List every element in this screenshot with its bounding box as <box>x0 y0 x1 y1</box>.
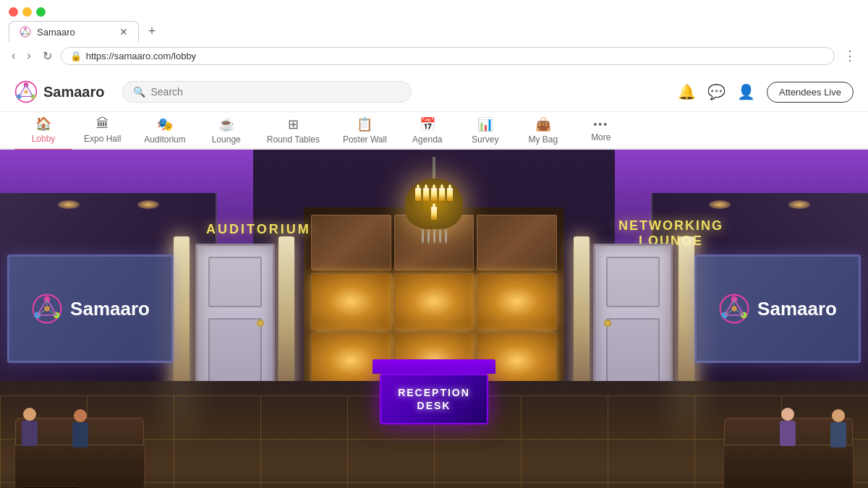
auditorium-door[interactable] <box>195 244 275 403</box>
tab-more[interactable]: ••• More <box>572 113 630 148</box>
minimize-traffic-dot[interactable] <box>22 7 32 17</box>
lounge-label: Lounge <box>212 134 241 145</box>
candle-6 <box>431 207 437 220</box>
tab-poster-wall[interactable]: 📋 Poster Wall <box>331 111 399 150</box>
lobby-scene: AUDITORIUM NETWORKING LOUNGE <box>0 150 868 488</box>
person-2-body <box>72 422 88 448</box>
url-text: https://samaaro.com/lobby <box>86 51 825 61</box>
survey-icon: 📊 <box>477 116 493 132</box>
header-actions: 🔔 💬 👤 Attendees Live <box>678 82 854 103</box>
tab-close-button[interactable]: ✕ <box>119 26 128 38</box>
tab-agenda[interactable]: 📅 Agenda <box>399 111 456 150</box>
lounge-icon: ☕ <box>218 116 234 132</box>
person-4-body <box>780 421 796 446</box>
door-panel-bottom-left <box>208 318 262 390</box>
tab-auditorium[interactable]: 🎭 Auditorium <box>132 111 197 150</box>
networking-door[interactable] <box>593 244 673 403</box>
person-2-head <box>74 409 87 422</box>
search-input[interactable] <box>151 86 401 98</box>
person-4 <box>780 408 796 446</box>
reception-desk-sign-line1: RECEPTION <box>398 386 470 399</box>
lobby-label: Lobby <box>32 134 56 144</box>
door-frame-left <box>195 244 275 403</box>
door-panel-top-left <box>208 257 262 307</box>
refresh-button[interactable]: ↻ <box>40 46 55 66</box>
samaaro-logo-icon <box>14 80 38 103</box>
logo-area: Samaaro <box>14 80 105 103</box>
new-tab-button[interactable]: + <box>142 22 162 42</box>
desk-top <box>373 359 495 374</box>
notifications-button[interactable]: 🔔 <box>678 83 696 100</box>
expo-hall-label: Expo Hall <box>84 134 121 144</box>
reception-desk-sign-line2: DESK <box>417 399 451 412</box>
lobby-icon: 🏠 <box>35 116 51 132</box>
candle-2 <box>423 188 429 201</box>
person-4-head <box>781 408 794 421</box>
screen-right-logo: Samaaro <box>718 293 837 325</box>
candle-5 <box>447 188 453 201</box>
chandelier-rod <box>433 157 435 179</box>
networking-label-line1: NETWORKING <box>618 218 723 233</box>
drip-5 <box>445 229 447 244</box>
person-2 <box>72 409 88 448</box>
more-icon: ••• <box>593 119 608 130</box>
ssl-icon: 🔒 <box>70 51 82 61</box>
screen-right-logo-icon <box>718 293 750 325</box>
wood-cell-3 <box>477 215 557 270</box>
tab-round-tables[interactable]: ⊞ Round Tables <box>255 111 331 150</box>
search-bar[interactable]: 🔍 <box>122 81 412 103</box>
wall-light-1 <box>58 200 80 209</box>
wood-cell-light-2 <box>394 273 475 329</box>
door-panel-bottom-right <box>606 318 660 390</box>
screen-left-logo: Samaaro <box>31 293 150 325</box>
tab-survey[interactable]: 📊 Survey <box>456 111 514 150</box>
back-button[interactable]: ‹ <box>9 46 18 65</box>
active-tab[interactable]: Samaaro ✕ <box>9 21 139 42</box>
person-1-body <box>22 421 38 446</box>
address-bar[interactable]: 🔒 https://samaaro.com/lobby <box>61 47 835 65</box>
agenda-icon: 📅 <box>420 116 435 132</box>
maximize-traffic-dot[interactable] <box>36 7 46 17</box>
profile-button[interactable]: 👤 <box>737 83 755 100</box>
svg-line-5 <box>25 29 28 34</box>
reception-desk[interactable]: RECEPTION DESK <box>380 359 488 424</box>
person-3-head <box>832 409 845 422</box>
search-icon: 🔍 <box>133 86 145 98</box>
screen-left-logo-icon <box>31 293 63 325</box>
chat-button[interactable]: 💬 <box>707 83 726 100</box>
chandelier <box>398 157 470 251</box>
chandelier-drips <box>422 229 447 244</box>
tab-favicon <box>20 26 31 38</box>
round-tables-label: Round Tables <box>267 134 320 145</box>
tab-expo-hall[interactable]: 🏛 Expo Hall <box>72 111 132 150</box>
door-knob-left <box>257 320 264 327</box>
drip-3 <box>433 229 435 244</box>
app-logo-text: Samaaro <box>43 84 105 100</box>
tab-lobby[interactable]: 🏠 Lobby <box>14 110 72 151</box>
wall-light-3 <box>788 200 810 209</box>
screen-left[interactable]: Samaaro <box>7 254 174 363</box>
tab-lounge[interactable]: ☕ Lounge <box>197 111 255 150</box>
wall-light-2 <box>137 200 159 209</box>
tab-bar: Samaaro ✕ + <box>0 21 868 42</box>
forward-button[interactable]: › <box>24 46 33 65</box>
candle-4 <box>439 188 445 201</box>
survey-label: Survey <box>472 134 498 145</box>
agenda-label: Agenda <box>412 134 442 145</box>
attendees-live-button[interactable]: Attendees Live <box>767 82 854 103</box>
person-3 <box>830 409 846 448</box>
door-knob-right <box>604 320 611 327</box>
close-traffic-dot[interactable] <box>9 7 18 17</box>
app-header: Samaaro 🔍 🔔 💬 👤 Attendees Live <box>0 72 868 112</box>
expo-hall-icon: 🏛 <box>96 116 109 132</box>
screen-right[interactable]: Samaaro <box>694 254 861 363</box>
tab-my-bag[interactable]: 👜 My Bag <box>514 111 572 150</box>
my-bag-label: My Bag <box>528 134 558 145</box>
browser-menu-button[interactable]: ⋮ <box>841 45 859 67</box>
wall-light-4 <box>709 200 731 209</box>
more-label: More <box>591 132 610 142</box>
auditorium-sign: AUDITORIUM <box>206 222 311 237</box>
chandelier-body <box>405 179 463 229</box>
round-tables-icon: ⊞ <box>288 116 299 132</box>
wood-cell-1 <box>311 215 391 270</box>
